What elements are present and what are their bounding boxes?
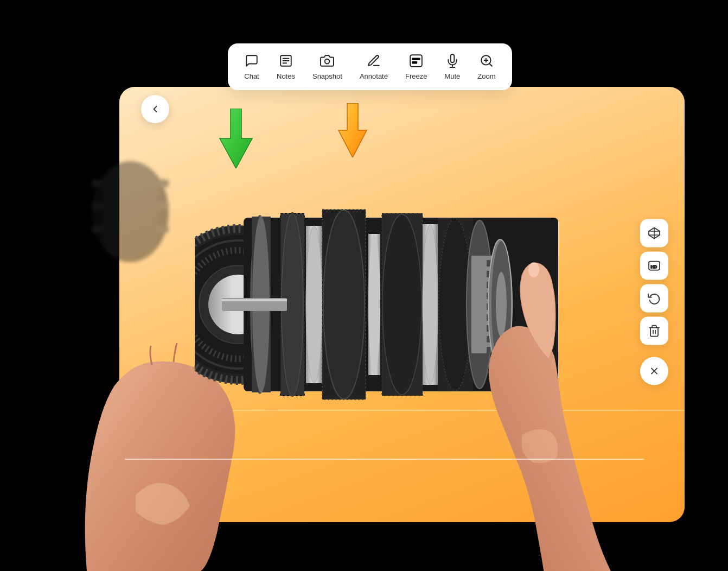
notes-icon xyxy=(278,53,293,68)
hd-button[interactable]: HD xyxy=(640,252,668,280)
svg-rect-65 xyxy=(412,58,420,60)
svg-rect-66 xyxy=(412,61,418,64)
svg-point-58 xyxy=(528,262,539,277)
toolbar-item-notes[interactable]: Notes xyxy=(277,53,295,80)
svg-rect-3 xyxy=(92,202,103,210)
svg-rect-4 xyxy=(92,225,103,233)
trash-icon xyxy=(648,325,661,338)
back-button[interactable] xyxy=(141,95,169,123)
right-hand xyxy=(430,262,620,571)
notes-label: Notes xyxy=(277,72,295,80)
toolbar-item-annotate[interactable]: Annotate xyxy=(360,53,388,80)
toolbar-item-snapshot[interactable]: Snapshot xyxy=(312,53,342,80)
toolbar-item-chat[interactable]: Chat xyxy=(244,53,259,80)
toolbar: Chat Notes Snapshot xyxy=(228,43,512,90)
scene: Chat Notes Snapshot xyxy=(0,0,728,571)
green-arrow xyxy=(217,109,255,170)
svg-point-63 xyxy=(325,59,330,64)
annotate-label: Annotate xyxy=(360,72,388,80)
svg-text:HD: HD xyxy=(651,264,657,269)
3d-icon xyxy=(648,227,661,240)
right-panel: HD xyxy=(640,219,668,385)
svg-rect-2 xyxy=(92,180,103,187)
svg-point-27 xyxy=(306,226,322,383)
chat-icon xyxy=(244,53,259,68)
mute-icon xyxy=(445,53,460,68)
chat-label: Chat xyxy=(244,72,259,80)
toolbar-item-freeze[interactable]: Freeze xyxy=(405,53,427,80)
3d-button[interactable] xyxy=(640,219,668,248)
separator-line xyxy=(125,459,644,460)
mute-label: Mute xyxy=(444,72,460,80)
svg-marker-56 xyxy=(220,109,252,168)
close-icon xyxy=(649,366,660,377)
close-button[interactable] xyxy=(640,357,668,385)
freeze-icon xyxy=(408,53,424,68)
annotate-icon xyxy=(366,53,381,68)
toolbar-item-mute[interactable]: Mute xyxy=(444,53,460,80)
svg-line-70 xyxy=(489,64,492,66)
toolbar-item-zoom[interactable]: Zoom xyxy=(477,53,495,80)
zoom-label: Zoom xyxy=(477,72,495,80)
svg-marker-57 xyxy=(339,103,367,157)
svg-point-32 xyxy=(368,234,380,375)
delete-button[interactable] xyxy=(640,317,668,345)
svg-rect-55 xyxy=(222,299,287,301)
freeze-label: Freeze xyxy=(405,72,427,80)
svg-rect-64 xyxy=(410,55,422,67)
snapshot-icon xyxy=(320,53,335,68)
orange-arrow xyxy=(336,103,369,160)
undo-button[interactable] xyxy=(640,284,668,313)
svg-point-30 xyxy=(323,210,365,399)
zoom-icon xyxy=(479,53,494,68)
hd-icon: HD xyxy=(648,259,661,272)
undo-icon xyxy=(648,292,661,305)
svg-point-35 xyxy=(382,214,422,395)
snapshot-label: Snapshot xyxy=(312,72,342,80)
chevron-left-icon xyxy=(150,104,161,115)
